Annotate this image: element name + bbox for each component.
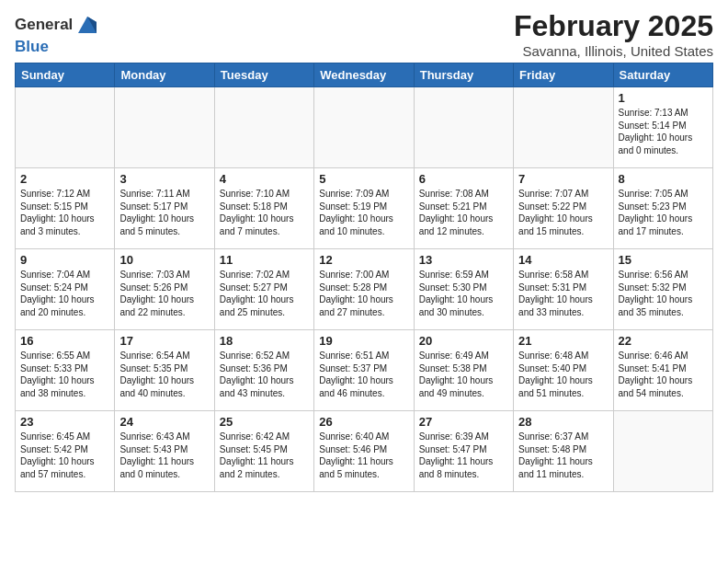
day-cell-4: 4Sunrise: 7:10 AM Sunset: 5:18 PM Daylig… — [214, 168, 313, 249]
day-cell-7: 7Sunrise: 7:07 AM Sunset: 5:22 PM Daylig… — [514, 168, 613, 249]
day-number: 22 — [619, 334, 708, 348]
day-cell-27: 27Sunrise: 6:39 AM Sunset: 5:47 PM Dayli… — [414, 411, 513, 492]
weekday-tuesday: Tuesday — [214, 63, 313, 87]
day-number: 23 — [20, 415, 109, 429]
day-cell-6: 6Sunrise: 7:08 AM Sunset: 5:21 PM Daylig… — [414, 168, 513, 249]
day-number: 20 — [419, 334, 508, 348]
day-cell-20: 20Sunrise: 6:49 AM Sunset: 5:38 PM Dayli… — [414, 330, 513, 411]
day-cell-22: 22Sunrise: 6:46 AM Sunset: 5:41 PM Dayli… — [613, 330, 712, 411]
day-number: 1 — [619, 91, 708, 105]
day-number: 25 — [220, 415, 309, 429]
empty-cell — [613, 411, 712, 492]
day-cell-21: 21Sunrise: 6:48 AM Sunset: 5:40 PM Dayli… — [514, 330, 613, 411]
day-number: 8 — [619, 172, 708, 186]
week-row-1: 2Sunrise: 7:12 AM Sunset: 5:15 PM Daylig… — [16, 168, 713, 249]
logo-general: General — [15, 16, 73, 33]
calendar: SundayMondayTuesdayWednesdayThursdayFrid… — [15, 63, 713, 492]
day-number: 5 — [319, 172, 408, 186]
day-info: Sunrise: 6:42 AM Sunset: 5:45 PM Dayligh… — [220, 431, 309, 480]
empty-cell — [115, 87, 214, 168]
day-cell-10: 10Sunrise: 7:03 AM Sunset: 5:26 PM Dayli… — [115, 249, 214, 330]
page-subtitle: Savanna, Illinois, United States — [514, 43, 713, 59]
day-info: Sunrise: 7:12 AM Sunset: 5:15 PM Dayligh… — [20, 188, 109, 237]
day-number: 13 — [419, 253, 508, 267]
day-cell-14: 14Sunrise: 6:58 AM Sunset: 5:31 PM Dayli… — [514, 249, 613, 330]
day-info: Sunrise: 6:51 AM Sunset: 5:37 PM Dayligh… — [319, 350, 408, 399]
day-cell-11: 11Sunrise: 7:02 AM Sunset: 5:27 PM Dayli… — [214, 249, 313, 330]
logo-blue: Blue — [15, 39, 100, 56]
day-number: 12 — [319, 253, 408, 267]
day-cell-23: 23Sunrise: 6:45 AM Sunset: 5:42 PM Dayli… — [16, 411, 115, 492]
day-number: 2 — [20, 172, 109, 186]
weekday-thursday: Thursday — [414, 63, 513, 87]
day-info: Sunrise: 7:02 AM Sunset: 5:27 PM Dayligh… — [220, 269, 309, 318]
weekday-monday: Monday — [115, 63, 214, 87]
day-number: 16 — [20, 334, 109, 348]
day-info: Sunrise: 7:10 AM Sunset: 5:18 PM Dayligh… — [220, 188, 309, 237]
day-info: Sunrise: 6:45 AM Sunset: 5:42 PM Dayligh… — [20, 431, 109, 480]
title-block: February 2025 Savanna, Illinois, United … — [514, 9, 713, 59]
week-row-3: 16Sunrise: 6:55 AM Sunset: 5:33 PM Dayli… — [16, 330, 713, 411]
weekday-sunday: Sunday — [16, 63, 115, 87]
week-row-0: 1Sunrise: 7:13 AM Sunset: 5:14 PM Daylig… — [16, 87, 713, 168]
day-info: Sunrise: 6:46 AM Sunset: 5:41 PM Dayligh… — [619, 350, 708, 399]
day-info: Sunrise: 7:07 AM Sunset: 5:22 PM Dayligh… — [518, 188, 608, 237]
day-info: Sunrise: 6:55 AM Sunset: 5:33 PM Dayligh… — [20, 350, 109, 399]
day-info: Sunrise: 7:04 AM Sunset: 5:24 PM Dayligh… — [20, 269, 109, 318]
empty-cell — [214, 87, 313, 168]
day-info: Sunrise: 7:09 AM Sunset: 5:19 PM Dayligh… — [319, 188, 408, 237]
day-cell-16: 16Sunrise: 6:55 AM Sunset: 5:33 PM Dayli… — [16, 330, 115, 411]
day-info: Sunrise: 7:13 AM Sunset: 5:14 PM Dayligh… — [619, 107, 708, 156]
empty-cell — [514, 87, 613, 168]
day-info: Sunrise: 7:03 AM Sunset: 5:26 PM Dayligh… — [119, 269, 209, 318]
weekday-friday: Friday — [514, 63, 613, 87]
day-info: Sunrise: 7:00 AM Sunset: 5:28 PM Dayligh… — [319, 269, 408, 318]
day-cell-1: 1Sunrise: 7:13 AM Sunset: 5:14 PM Daylig… — [613, 87, 712, 168]
day-cell-9: 9Sunrise: 7:04 AM Sunset: 5:24 PM Daylig… — [16, 249, 115, 330]
weekday-header-row: SundayMondayTuesdayWednesdayThursdayFrid… — [16, 63, 713, 87]
day-cell-12: 12Sunrise: 7:00 AM Sunset: 5:28 PM Dayli… — [314, 249, 414, 330]
day-info: Sunrise: 6:56 AM Sunset: 5:32 PM Dayligh… — [619, 269, 708, 318]
week-row-4: 23Sunrise: 6:45 AM Sunset: 5:42 PM Dayli… — [16, 411, 713, 492]
logo: General Blue — [15, 13, 100, 56]
day-info: Sunrise: 7:11 AM Sunset: 5:17 PM Dayligh… — [119, 188, 209, 237]
week-row-2: 9Sunrise: 7:04 AM Sunset: 5:24 PM Daylig… — [16, 249, 713, 330]
day-number: 27 — [419, 415, 508, 429]
day-info: Sunrise: 6:43 AM Sunset: 5:43 PM Dayligh… — [119, 431, 209, 480]
day-cell-28: 28Sunrise: 6:37 AM Sunset: 5:48 PM Dayli… — [514, 411, 613, 492]
page: General Blue February 2025 Savanna, Illi… — [0, 0, 728, 501]
day-cell-13: 13Sunrise: 6:59 AM Sunset: 5:30 PM Dayli… — [414, 249, 513, 330]
day-cell-5: 5Sunrise: 7:09 AM Sunset: 5:19 PM Daylig… — [314, 168, 414, 249]
day-number: 4 — [220, 172, 309, 186]
day-info: Sunrise: 6:49 AM Sunset: 5:38 PM Dayligh… — [419, 350, 508, 399]
day-info: Sunrise: 6:37 AM Sunset: 5:48 PM Dayligh… — [518, 431, 608, 480]
day-number: 7 — [518, 172, 608, 186]
day-info: Sunrise: 7:05 AM Sunset: 5:23 PM Dayligh… — [619, 188, 708, 237]
day-info: Sunrise: 6:54 AM Sunset: 5:35 PM Dayligh… — [119, 350, 209, 399]
day-number: 15 — [619, 253, 708, 267]
empty-cell — [16, 87, 115, 168]
day-info: Sunrise: 6:59 AM Sunset: 5:30 PM Dayligh… — [419, 269, 508, 318]
day-number: 6 — [419, 172, 508, 186]
day-number: 21 — [518, 334, 608, 348]
day-number: 28 — [518, 415, 608, 429]
day-number: 10 — [119, 253, 209, 267]
header: General Blue February 2025 Savanna, Illi… — [15, 9, 713, 59]
day-info: Sunrise: 6:39 AM Sunset: 5:47 PM Dayligh… — [419, 431, 508, 480]
day-number: 26 — [319, 415, 408, 429]
day-number: 19 — [319, 334, 408, 348]
day-number: 18 — [220, 334, 309, 348]
day-cell-17: 17Sunrise: 6:54 AM Sunset: 5:35 PM Dayli… — [115, 330, 214, 411]
weekday-saturday: Saturday — [613, 63, 712, 87]
day-cell-18: 18Sunrise: 6:52 AM Sunset: 5:36 PM Dayli… — [214, 330, 313, 411]
day-cell-19: 19Sunrise: 6:51 AM Sunset: 5:37 PM Dayli… — [314, 330, 414, 411]
empty-cell — [414, 87, 513, 168]
day-info: Sunrise: 6:40 AM Sunset: 5:46 PM Dayligh… — [319, 431, 408, 480]
day-number: 9 — [20, 253, 109, 267]
day-info: Sunrise: 6:58 AM Sunset: 5:31 PM Dayligh… — [518, 269, 608, 318]
day-info: Sunrise: 6:52 AM Sunset: 5:36 PM Dayligh… — [220, 350, 309, 399]
day-cell-25: 25Sunrise: 6:42 AM Sunset: 5:45 PM Dayli… — [214, 411, 313, 492]
day-number: 17 — [119, 334, 209, 348]
day-cell-8: 8Sunrise: 7:05 AM Sunset: 5:23 PM Daylig… — [613, 168, 712, 249]
day-number: 11 — [220, 253, 309, 267]
